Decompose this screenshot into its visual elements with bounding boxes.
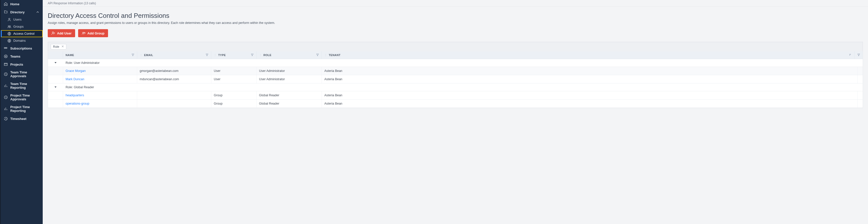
filter-icon[interactable] — [316, 53, 319, 57]
projects-icon — [4, 62, 8, 66]
row-type-cell: Group — [211, 91, 256, 99]
entity-link[interactable]: Grace Morgan — [66, 69, 86, 73]
table-row: operations-groupGroupGlobal ReaderAsteri… — [48, 100, 863, 108]
col-type-label: TYPE — [218, 54, 226, 57]
nav-directory-label: Directory — [10, 10, 25, 14]
nav-home[interactable]: Home — [1, 0, 43, 8]
bar-chart-icon — [4, 107, 8, 111]
table-row: Mark Duncanmduncan@asteriabean.comUserUs… — [48, 75, 863, 83]
group-row[interactable]: Role: Global Reader — [48, 83, 863, 91]
caret-down-icon — [54, 85, 57, 89]
nav-access-control-label: Access Control — [13, 32, 34, 35]
svg-rect-5 — [4, 48, 5, 49]
nav-project-time-approvals[interactable]: Project Time Approvals — [1, 91, 43, 103]
entity-link[interactable]: Mark Duncan — [66, 78, 84, 81]
nav-team-time-reporting[interactable]: Team Time Reporting — [1, 80, 43, 91]
filter-icon[interactable] — [206, 53, 209, 57]
globe-icon — [7, 32, 11, 36]
nav-project-time-reporting[interactable]: Project Time Reporting — [1, 103, 43, 115]
globe-icon — [7, 39, 11, 43]
nav-users[interactable]: Users — [1, 16, 43, 23]
col-role[interactable]: ⋮ ROLE — [256, 51, 322, 59]
col-email-label: EMAIL — [144, 54, 153, 57]
add-group-label: Add Group — [87, 31, 104, 35]
user-icon — [7, 18, 11, 22]
row-name-cell: Mark Duncan — [63, 75, 137, 83]
nav-timesheet[interactable]: Timesheet — [1, 115, 43, 123]
row-name-cell: operations-group — [63, 100, 137, 108]
row-expand-cell — [48, 75, 63, 83]
add-group-button[interactable]: Add Group — [78, 29, 108, 37]
subscriptions-icon — [4, 46, 8, 50]
nav-directory[interactable]: Directory — [1, 8, 43, 16]
row-email-cell: gmorgan@asteriabean.com — [137, 67, 211, 75]
nav-home-label: Home — [10, 2, 19, 6]
svg-rect-9 — [4, 63, 7, 65]
directory-icon — [4, 10, 8, 14]
nav-domains-label: Domains — [13, 39, 26, 43]
page-description: Assign roles, manage access, and grant p… — [48, 21, 863, 25]
nav-access-control[interactable]: Access Control — [1, 30, 43, 37]
clock-icon — [4, 72, 8, 76]
entity-link[interactable]: headquarters — [66, 93, 84, 97]
chevron-up-icon — [36, 10, 40, 14]
row-tenant-cell: Asteria Bean — [322, 100, 858, 108]
nav-team-time-approvals-label: Team Time Approvals — [10, 71, 40, 78]
col-edge-filter[interactable] — [855, 51, 863, 59]
nav-groups[interactable]: Groups — [1, 23, 43, 30]
table-row: headquartersGroupGlobal ReaderAsteria Be… — [48, 91, 863, 100]
row-email-cell — [137, 91, 211, 99]
row-edge-cell — [858, 91, 863, 99]
filter-chip-label: Role — [53, 45, 59, 49]
row-role-cell: User Administrator — [256, 75, 322, 83]
nav-domains[interactable]: Domains — [1, 37, 43, 44]
filter-chip-role[interactable]: Role — [51, 44, 66, 50]
close-icon[interactable] — [61, 45, 64, 49]
nav-teams[interactable]: Teams — [1, 52, 43, 60]
col-email[interactable]: ⋮ EMAIL — [137, 51, 211, 59]
group-row[interactable]: Role: User Administrator — [48, 59, 863, 67]
add-user-label: Add User — [57, 31, 71, 35]
add-user-button[interactable]: Add User — [48, 29, 75, 37]
col-tenant[interactable]: ⋮ TENANT — [322, 51, 855, 59]
col-name-label: NAME — [66, 54, 74, 57]
nav-team-time-approvals[interactable]: Team Time Approvals — [1, 68, 43, 80]
row-edge-cell — [858, 67, 863, 75]
sidebar: Home Directory Users Groups Access Contr… — [0, 0, 43, 224]
nav-subscriptions[interactable]: Subscriptions — [1, 44, 43, 52]
nav-teams-label: Teams — [10, 55, 20, 58]
col-type[interactable]: ⋮ TYPE — [211, 51, 256, 59]
row-type-cell: Group — [211, 100, 256, 108]
page-title: Directory Access Control and Permissions — [48, 12, 863, 20]
sort-icon[interactable] — [849, 53, 852, 57]
svg-point-1 — [8, 26, 9, 27]
filter-icon[interactable] — [857, 53, 860, 57]
group-header-label: Role: User Administrator — [63, 59, 863, 66]
col-name[interactable]: NAME — [63, 51, 137, 59]
row-expand-cell — [48, 91, 63, 99]
nav-project-time-approvals-label: Project Time Approvals — [10, 93, 40, 101]
row-edge-cell — [858, 75, 863, 83]
row-tenant-cell: Asteria Bean — [322, 91, 858, 99]
svg-point-12 — [52, 32, 54, 33]
group-icon — [7, 25, 11, 29]
nav-project-time-reporting-label: Project Time Reporting — [10, 105, 40, 113]
nav-team-time-reporting-label: Team Time Reporting — [10, 82, 40, 89]
filter-icon[interactable] — [251, 53, 254, 57]
row-email-cell — [137, 100, 211, 108]
row-role-cell: User Administrator — [256, 67, 322, 75]
svg-point-7 — [4, 55, 7, 58]
row-edge-cell — [858, 100, 863, 108]
filter-chip-row: Role — [48, 42, 863, 51]
row-email-cell: mduncan@asteriabean.com — [137, 75, 211, 83]
row-tenant-cell: Asteria Bean — [322, 67, 858, 75]
group-add-icon — [82, 31, 86, 35]
entity-link[interactable]: operations-group — [66, 102, 89, 105]
api-response-bar[interactable]: API Response Information (13 calls) — [43, 0, 868, 7]
table-body: Role: User AdministratorGrace Morgangmor… — [48, 59, 863, 108]
nav-projects[interactable]: Projects — [1, 60, 43, 68]
svg-rect-6 — [6, 48, 7, 49]
row-type-cell: User — [211, 75, 256, 83]
row-expand-cell — [48, 67, 63, 75]
filter-icon[interactable] — [131, 53, 134, 57]
